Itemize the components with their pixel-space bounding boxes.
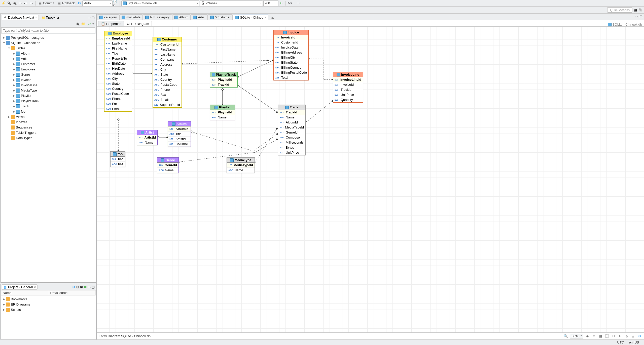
nav-folder-icon[interactable]: 📁: [81, 22, 85, 26]
highlight-icon[interactable]: ✎▾: [287, 1, 292, 6]
entity-header[interactable]: Customer: [153, 37, 182, 42]
column-row[interactable]: ABCName: [278, 115, 305, 120]
column-row[interactable]: ABCBirthDate: [104, 61, 132, 66]
editor-tab[interactable]: mockdata: [119, 14, 143, 20]
column-row[interactable]: 123PlaylistId: [210, 77, 237, 82]
column-row[interactable]: ABCBillingState: [274, 60, 308, 65]
settings-icon[interactable]: ⚙: [637, 334, 642, 338]
twist-icon[interactable]: ▶: [7, 115, 11, 118]
column-row[interactable]: 123AlbumId: [168, 126, 191, 132]
column-row[interactable]: ABCCity: [104, 76, 132, 81]
column-row[interactable]: ABCName: [157, 168, 178, 173]
entity-invoiceline[interactable]: InvoiceLine123InvoiceLineId123InvoiceId1…: [333, 72, 363, 103]
twist-icon[interactable]: ▶: [2, 298, 6, 300]
nav-arrows-icon[interactable]: ⇄: [88, 22, 91, 26]
tab-properties[interactable]: 📋 Properties: [98, 21, 124, 26]
gear-icon[interactable]: ⚙: [72, 285, 75, 289]
column-row[interactable]: ABCComposer: [278, 135, 305, 140]
column-row[interactable]: ABCTitle: [168, 132, 191, 137]
tab-projects[interactable]: 📁 Проекты: [40, 15, 60, 20]
tree-row[interactable]: ▶Genre: [1, 72, 96, 77]
quick-access-button[interactable]: Quick Access: [607, 7, 632, 13]
tree-row[interactable]: ▶Playlist: [1, 93, 96, 98]
editor-tab[interactable]: SQLite - Chinoo×: [233, 15, 268, 20]
nav-connect-icon[interactable]: 🔌: [76, 22, 80, 26]
history-icon[interactable]: 🕓▾: [113, 1, 118, 6]
print-icon[interactable]: 🖨: [631, 334, 635, 338]
column-row[interactable]: ABCAddress: [153, 62, 182, 67]
minimize-icon[interactable]: ▭: [88, 16, 91, 19]
nav-menu-icon[interactable]: ▾: [92, 22, 94, 26]
column-row[interactable]: ABCbaz: [111, 162, 125, 167]
entity-playlisttrack[interactable]: PlaylistTrack123PlaylistId123TrackId: [210, 72, 238, 88]
column-row[interactable]: 123PlaylistId: [210, 110, 235, 115]
tree-row[interactable]: ▶InvoiceLine: [1, 82, 96, 88]
twist-icon[interactable]: ▶: [2, 308, 6, 311]
tree-row[interactable]: ▶Album: [1, 51, 96, 56]
tree-row[interactable]: ▼SQLite - Chinook.db: [1, 40, 96, 46]
twist-icon[interactable]: ▼: [2, 41, 6, 44]
refresh-icon[interactable]: ↻: [618, 334, 622, 338]
filter-input[interactable]: [2, 29, 95, 32]
tree-row[interactable]: ▶Customer: [1, 61, 96, 67]
column-row[interactable]: 123SupportRepId: [153, 102, 182, 107]
entity-header[interactable]: Invoice: [274, 30, 308, 35]
close-icon[interactable]: ×: [265, 16, 266, 19]
sql-editor-icon[interactable]: ▭: [18, 1, 23, 6]
maximize-icon[interactable]: ▢: [92, 285, 95, 289]
stop-icon[interactable]: ▭: [296, 1, 301, 6]
column-row[interactable]: 123GenreId: [278, 130, 305, 135]
column-row[interactable]: ABCState: [104, 81, 132, 86]
column-row[interactable]: ABCCompany: [153, 57, 182, 62]
new-connection-icon[interactable]: 🔌: [7, 1, 12, 6]
tree-row[interactable]: Sequences: [1, 125, 96, 130]
column-row[interactable]: ABCPhone: [104, 96, 132, 101]
column-row[interactable]: 123Total: [274, 75, 308, 80]
column-row[interactable]: ABCInvoiceDate: [274, 45, 308, 50]
column-row[interactable]: ABCAddress: [104, 71, 132, 76]
column-row[interactable]: 123EmployeeId: [104, 36, 132, 41]
editor-tab[interactable]: category: [97, 14, 119, 20]
column-row[interactable]: 123UnitPrice: [333, 92, 363, 97]
twist-icon[interactable]: ▶: [12, 100, 16, 102]
entity-album[interactable]: Album123AlbumIdABCTitle123ArtistId010Col…: [168, 121, 191, 147]
column-row[interactable]: 123MediaTypeId: [227, 163, 255, 168]
column-row[interactable]: 123Bytes: [278, 145, 305, 150]
tree-row[interactable]: ▶MediaType: [1, 88, 96, 93]
transaction-icon[interactable]: T▾: [77, 1, 82, 6]
entity-header[interactable]: Artist: [137, 130, 157, 135]
entity-header[interactable]: foo: [111, 152, 125, 157]
er-diagram-canvas[interactable]: Employee123EmployeeIdABCLastNameABCFirst…: [97, 27, 644, 332]
twist-icon[interactable]: ▶: [12, 57, 16, 60]
twist-icon[interactable]: ▶: [12, 110, 16, 113]
connection-combo[interactable]: SQLite - Chinook.db: [121, 1, 199, 6]
entity-header[interactable]: InvoiceLine: [333, 72, 363, 77]
column-row[interactable]: 123UnitPrice: [278, 150, 305, 155]
minimize-icon[interactable]: ▭: [88, 285, 91, 289]
navigator-tree[interactable]: ▶PostgreSQL - postgres▼SQLite - Chinook.…: [1, 34, 96, 282]
column-row[interactable]: 123ReportsTo: [104, 56, 132, 61]
column-row[interactable]: 123InvoiceId: [274, 35, 308, 40]
expand-icon[interactable]: ⊞: [80, 285, 83, 289]
entity-employee[interactable]: Employee123EmployeeIdABCLastNameABCFirst…: [104, 31, 132, 112]
tree-row[interactable]: ▶PlaylistTrack: [1, 98, 96, 104]
column-row[interactable]: ABCFirstName: [104, 46, 132, 51]
tree-row[interactable]: ▶Track: [1, 104, 96, 109]
column-row[interactable]: ABCName: [137, 140, 157, 145]
column-row[interactable]: 123TrackId: [333, 87, 363, 92]
twist-icon[interactable]: ▶: [12, 105, 16, 108]
column-row[interactable]: ABCFirstName: [153, 47, 182, 52]
navigator-filter[interactable]: [1, 27, 95, 33]
maximize-icon[interactable]: ▢: [92, 16, 95, 19]
tree-row[interactable]: ▶Scripts: [1, 307, 96, 312]
tree-row[interactable]: ▶PostgreSQL - postgres: [1, 35, 96, 40]
entity-invoice[interactable]: Invoice123InvoiceId123CustomerIdABCInvoi…: [273, 30, 309, 80]
column-row[interactable]: 123AlbumId: [278, 120, 305, 125]
entity-playlist[interactable]: Playlist123PlaylistIdABCName: [210, 105, 235, 120]
column-row[interactable]: ABCFax: [104, 101, 132, 106]
column-row[interactable]: ABCCountry: [153, 77, 182, 82]
tree-row[interactable]: ▶Employee: [1, 67, 96, 72]
column-row[interactable]: ABCEmail: [104, 106, 132, 111]
column-row[interactable]: ABCPostalCode: [153, 82, 182, 87]
column-row[interactable]: 123ArtistId: [137, 135, 157, 140]
